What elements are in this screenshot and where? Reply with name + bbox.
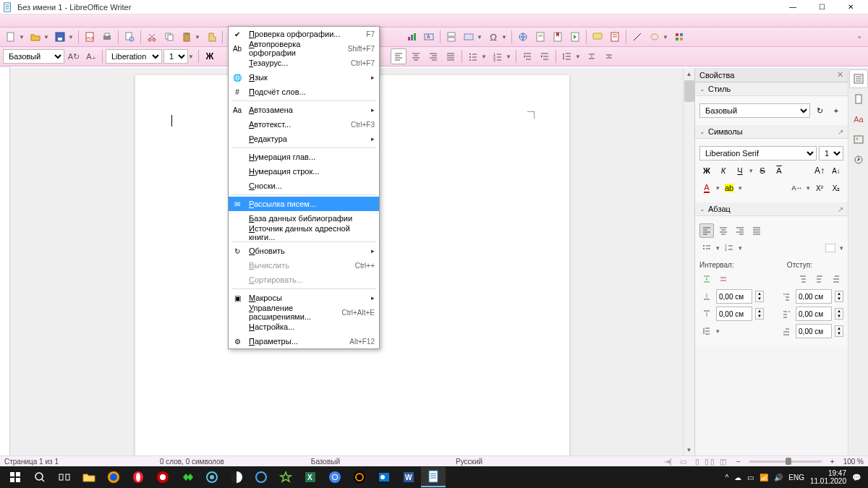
sidebar-style-combo[interactable]: Базовый — [699, 103, 810, 118]
menu-item[interactable]: Тезаурус...Ctrl+F7 — [229, 56, 379, 70]
spacing-inc-icon[interactable] — [699, 272, 714, 286]
search-icon[interactable] — [27, 467, 52, 487]
track-changes-button[interactable] — [607, 29, 623, 45]
menu-item[interactable]: AaАвтозамена▸ — [229, 103, 379, 117]
field-button[interactable] — [461, 29, 477, 45]
maximize-button[interactable]: ☐ — [807, 0, 836, 14]
paragraph-section-header[interactable]: ⌄Абзац↗ — [695, 202, 848, 216]
more-options-icon[interactable]: ↗ — [838, 205, 843, 213]
decrease-indent-button[interactable] — [537, 48, 553, 64]
minimize-button[interactable]: ― — [778, 0, 807, 14]
tray-volume-icon[interactable]: 🔊 — [774, 474, 783, 481]
sb-align-center[interactable] — [716, 223, 731, 238]
space-above-input[interactable] — [716, 289, 752, 304]
tray-wifi-icon[interactable]: 📶 — [760, 474, 768, 481]
menu-item[interactable]: ↻Обновить▸ — [229, 244, 379, 258]
bookmark-button[interactable] — [550, 29, 566, 45]
gallery-tab[interactable] — [849, 130, 868, 149]
special-char-dropdown[interactable]: ▼ — [501, 34, 507, 40]
sb-numbers[interactable]: 12 — [722, 241, 736, 255]
open-dropdown[interactable]: ▼ — [43, 34, 49, 40]
insert-mode-icon[interactable]: ⇥| — [664, 458, 672, 466]
indent-hanging-icon[interactable] — [829, 272, 843, 286]
draw-functions-button[interactable] — [671, 29, 687, 45]
indent-inc-icon[interactable] — [796, 272, 810, 286]
para-spacing-inc-button[interactable] — [584, 48, 600, 64]
sidebar-overline-button[interactable]: A — [772, 163, 786, 178]
menu-item[interactable]: AbАвтопроверка орфографииShift+F7 — [229, 41, 379, 56]
app-icon-6[interactable] — [273, 467, 298, 487]
app-icon-3[interactable] — [200, 467, 224, 487]
character-section-header[interactable]: ⌄Символы↗ — [695, 125, 848, 139]
writer-taskbar-icon[interactable] — [421, 467, 446, 487]
menu-item[interactable]: Источник данных адресной книги... — [229, 226, 379, 240]
menu-item[interactable]: ▣Макросы▸ — [229, 291, 379, 305]
tray-battery-icon[interactable]: ▭ — [747, 474, 754, 481]
update-style-button[interactable]: A↻ — [66, 48, 82, 64]
footnote-button[interactable]: ab — [532, 29, 548, 45]
print-preview-button[interactable] — [122, 29, 137, 45]
new-dropdown[interactable]: ▼ — [19, 34, 25, 40]
paste-dropdown[interactable]: ▼ — [195, 34, 200, 40]
sidebar-size-combo[interactable]: 12 — [819, 146, 843, 160]
menu-item[interactable]: Редактура▸ — [229, 132, 379, 146]
paragraph-style-combo[interactable]: Базовый — [3, 49, 64, 64]
menu-item[interactable]: ✔Проверка орфографии...F7 — [229, 27, 379, 41]
sidebar-close-icon[interactable]: ✕ — [837, 70, 843, 80]
clone-formatting-button[interactable] — [203, 29, 219, 45]
update-style-icon[interactable]: ↻ — [812, 103, 827, 118]
textbox-button[interactable]: A — [421, 29, 437, 45]
menu-item[interactable]: #Подсчёт слов... — [229, 85, 379, 99]
chart-button[interactable] — [404, 29, 420, 45]
page-status[interactable]: Страница 1 из 1 — [4, 458, 59, 466]
bullet-list-button[interactable] — [465, 48, 481, 64]
vertical-ruler[interactable] — [0, 68, 10, 455]
highlight-button[interactable]: ab — [722, 181, 736, 195]
line-spacing-dropdown[interactable]: ▼ — [575, 53, 581, 60]
line-button[interactable] — [629, 29, 645, 45]
spinner[interactable]: ▲▼ — [835, 308, 843, 320]
hyperlink-button[interactable] — [515, 29, 531, 45]
space-below-input[interactable] — [716, 307, 752, 321]
copy-button[interactable] — [161, 29, 177, 45]
number-list-button[interactable]: 123 — [490, 48, 506, 64]
zoom-out-icon[interactable]: − — [736, 458, 741, 466]
menu-bar[interactable] — [0, 14, 868, 27]
page-tab[interactable] — [849, 90, 868, 108]
app-icon-7[interactable] — [347, 467, 372, 487]
zoom-in-icon[interactable]: + — [830, 458, 835, 466]
subscript-button[interactable]: X₂ — [829, 181, 843, 195]
indent-before-input[interactable] — [796, 289, 832, 304]
spinner[interactable]: ▲▼ — [835, 291, 843, 302]
sidebar-underline-button[interactable]: Ч — [733, 163, 747, 178]
menu-item[interactable]: ✉Рассылка писем... — [229, 197, 379, 211]
cut-button[interactable] — [144, 29, 160, 45]
menu-item[interactable]: 🌐Язык▸ — [229, 70, 379, 85]
bullet-dropdown[interactable]: ▼ — [481, 53, 487, 60]
spinner[interactable]: ▲▼ — [835, 325, 843, 337]
spinner[interactable]: ▲▼ — [755, 308, 764, 320]
field-dropdown[interactable]: ▼ — [477, 34, 482, 40]
superscript-button[interactable]: X² — [812, 181, 827, 195]
menu-item[interactable]: Сноски... — [229, 179, 379, 193]
increase-font-icon[interactable]: A↑ — [812, 163, 827, 178]
sb-bullets[interactable] — [699, 241, 714, 255]
save-button[interactable] — [52, 29, 68, 45]
special-char-button[interactable]: Ω — [485, 29, 501, 45]
shapes-button[interactable] — [647, 29, 663, 45]
decrease-font-icon[interactable]: A↓ — [829, 163, 843, 178]
tray-notifications-icon[interactable]: 💬 — [852, 474, 861, 481]
styles-tab[interactable]: Aa — [849, 110, 868, 129]
shapes-dropdown[interactable]: ▼ — [663, 34, 668, 40]
more-options-icon[interactable]: ↗ — [838, 128, 843, 136]
word-icon[interactable]: W — [396, 467, 421, 487]
zoom-value[interactable]: 100 % — [843, 458, 864, 466]
style-section-header[interactable]: ⌄Стиль — [695, 82, 848, 96]
menu-item[interactable]: Нумерация строк... — [229, 164, 379, 179]
save-dropdown[interactable]: ▼ — [68, 34, 74, 40]
font-name-combo[interactable]: Liberation Serif — [106, 49, 162, 64]
sidebar-strike-button[interactable]: S — [755, 163, 770, 178]
sidebar-bold-button[interactable]: Ж — [699, 163, 714, 178]
new-style-icon[interactable]: + — [829, 103, 843, 118]
export-pdf-button[interactable]: PDF — [82, 29, 98, 45]
